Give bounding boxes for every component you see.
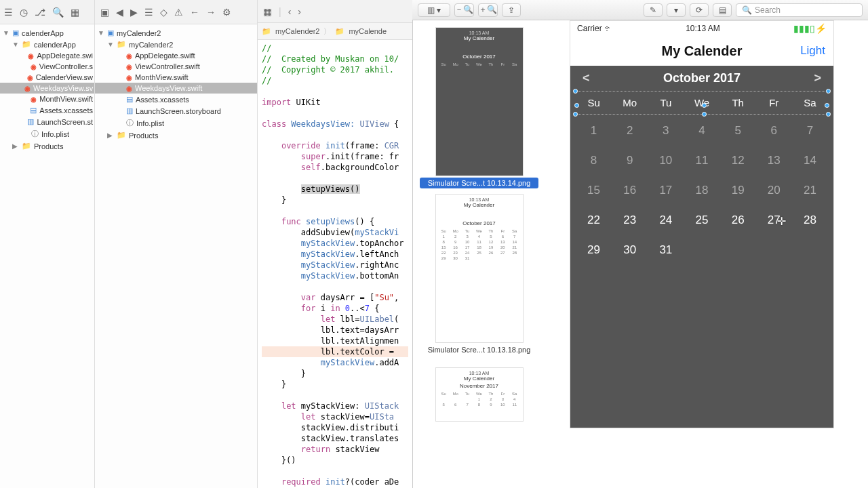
project-tree-mid[interactable]: ▼▣myCalender2▼📁myCalender2◉AppDelegate.s… [95, 24, 257, 144]
tree-item[interactable]: ▶📁Products [95, 129, 257, 141]
search-icon[interactable]: 🔍 [52, 7, 64, 18]
day-cell[interactable]: 13 [756, 154, 792, 167]
day-cell[interactable]: 6 [756, 124, 792, 138]
sidebar-toggle-button[interactable]: ▥ ▾ [418, 3, 450, 17]
back-icon[interactable]: ◀ [116, 7, 123, 18]
day-cell[interactable]: 16 [612, 184, 648, 197]
tree-item[interactable]: ◉MonthView.swift [95, 72, 257, 83]
day-cell[interactable]: 28 [792, 214, 828, 227]
day-cell[interactable]: 22 [576, 214, 612, 227]
left-toolbar: ☰ ◷ ⎇ 🔍 ▦ [0, 0, 94, 24]
tree-item[interactable]: ▤Assets.xcassets [95, 94, 257, 105]
gear-icon[interactable]: ⚙ [222, 7, 231, 18]
folder-icon[interactable]: ▣ [100, 7, 109, 18]
tree-item[interactable]: ◉WeekdaysView.swift [95, 83, 257, 94]
day-cell[interactable]: 30 [612, 243, 648, 257]
rotate-button[interactable]: ⟳ [690, 3, 709, 17]
grid-icon[interactable]: ▦ [71, 7, 79, 18]
day-cell[interactable]: 8 [576, 154, 612, 167]
tree-item[interactable]: ▤Assets.xcassets [0, 104, 94, 116]
source-icon[interactable]: ⎇ [35, 7, 45, 18]
tree-item[interactable]: ◉AppDelegate.swi [0, 50, 94, 61]
day-cell[interactable]: 31 [648, 243, 684, 257]
tree-item[interactable]: ▼▣calenderApp [0, 27, 94, 39]
month-label: October 2017 [663, 71, 741, 85]
day-cell[interactable]: 12 [720, 154, 756, 167]
back-icon[interactable]: ‹ [288, 6, 292, 17]
next-month-button[interactable]: > [814, 71, 821, 85]
day-cell[interactable]: 3 [648, 124, 684, 138]
tree-item[interactable]: ▼📁calenderApp [0, 39, 94, 50]
tree-item[interactable]: ▼📁myCalender2 [95, 39, 257, 50]
tree-item[interactable]: ◉ViewController.s [0, 61, 94, 72]
tree-item[interactable]: ▼▣myCalender2 [95, 27, 257, 39]
tree-item[interactable]: ◉MonthView.swift [0, 94, 94, 104]
breadcrumb[interactable]: 📁 myCalender2 〉 📁 myCalende [258, 23, 412, 40]
day-cell[interactable]: 17 [648, 184, 684, 197]
day-cell[interactable]: 23 [612, 214, 648, 227]
code-toolbar: ▦ | ‹ › [258, 0, 412, 23]
tree-item[interactable]: ▥LaunchScreen.st [0, 116, 94, 127]
zoom-in-button[interactable]: ＋🔍 [478, 3, 498, 17]
thumbnail-dark[interactable]: 10:13 AM My Calender October 2017 SuMoTu… [435, 27, 524, 176]
tree-item[interactable]: ◉ViewController.swift [95, 61, 257, 72]
clock-icon[interactable]: ◷ [20, 7, 28, 18]
day-cell[interactable]: 14 [792, 154, 828, 167]
theme-button[interactable]: Light [800, 44, 825, 58]
day-cell[interactable]: 15 [576, 184, 612, 197]
thumb-label-selected[interactable]: Simulator Scre...t 10.13.14.png [420, 178, 538, 188]
edit-dropdown[interactable]: ▾ [667, 3, 686, 17]
thumbnail-light[interactable]: 10:13 AM My Calender October 2017 SuMoTu… [435, 194, 524, 343]
fwd-icon[interactable]: › [298, 6, 301, 17]
day-cell[interactable]: 21 [792, 184, 828, 197]
left-arrow-icon[interactable]: ← [190, 7, 199, 18]
day-cell[interactable]: 10 [648, 154, 684, 167]
right-arrow-icon[interactable]: → [206, 7, 216, 18]
project-tree-left[interactable]: ▼▣calenderApp▼📁calenderApp◉AppDelegate.s… [0, 24, 94, 155]
day-cell[interactable]: 11 [684, 154, 719, 167]
search-input[interactable]: 🔍 Search [736, 3, 863, 17]
crumb-2[interactable]: myCalende [349, 27, 387, 35]
thumbnail-light-2[interactable]: 10:13 AM My Calender November 2017 SuMoT… [435, 367, 524, 422]
diamond-icon[interactable]: ◇ [160, 7, 167, 18]
day-cell[interactable]: 27 [756, 214, 792, 227]
tree-item[interactable]: ◉CalenderView.sw [0, 72, 94, 83]
day-cell[interactable]: 7 [792, 124, 828, 138]
tree-item[interactable]: ⓘInfo.plist [0, 127, 94, 140]
day-cell[interactable]: 4 [684, 124, 719, 138]
tree-item[interactable]: ⓘInfo.plist [95, 117, 257, 129]
grid-icon[interactable]: ▦ [263, 6, 272, 17]
tree-item[interactable]: ◉AppDelegate.swift [95, 50, 257, 61]
day-cell[interactable]: 26 [720, 214, 756, 227]
day-row: 1234567 [570, 116, 833, 146]
tree-item[interactable]: ◉WeekdaysView.sv [0, 83, 94, 94]
day-cell[interactable]: 25 [684, 214, 719, 227]
nav-icon[interactable]: ☰ [4, 7, 13, 18]
day-cell[interactable]: 20 [756, 184, 792, 197]
tree-item[interactable]: ▶📁Products [0, 140, 94, 152]
markup-button[interactable]: ▤ [713, 3, 732, 17]
prev-month-button[interactable]: < [583, 71, 590, 85]
hier-icon[interactable]: ☰ [144, 7, 153, 18]
day-cell[interactable]: 9 [612, 154, 648, 167]
crumb-1[interactable]: myCalender2 [275, 27, 319, 35]
day-cell[interactable]: 1 [576, 124, 612, 138]
day-cell[interactable]: 18 [684, 184, 719, 197]
zoom-out-button[interactable]: －🔍 [454, 3, 474, 17]
nav-title: My Calender [662, 43, 743, 59]
fwd-icon[interactable]: ▶ [130, 7, 138, 18]
share-button[interactable]: ⇪ [502, 3, 521, 17]
search-placeholder: Search [755, 5, 781, 15]
tree-item-label: Products [34, 142, 63, 150]
code-editor[interactable]: //// Created by Muskan on 10/// Copyrigh… [258, 40, 412, 488]
day-cell[interactable]: 19 [720, 184, 756, 197]
day-cell[interactable]: 29 [576, 243, 612, 257]
warn-icon[interactable]: ⚠ [174, 7, 183, 18]
edit-button[interactable]: ✎ [644, 3, 663, 17]
day-cell[interactable]: 24 [648, 214, 684, 227]
tree-item-label: calenderApp [22, 29, 64, 37]
day-cell[interactable]: 5 [720, 124, 756, 138]
thumb-label[interactable]: Simulator Scre...t 10.13.18.png [416, 344, 542, 359]
tree-item[interactable]: ▥LaunchScreen.storyboard [95, 105, 257, 117]
day-cell[interactable]: 2 [612, 124, 648, 138]
